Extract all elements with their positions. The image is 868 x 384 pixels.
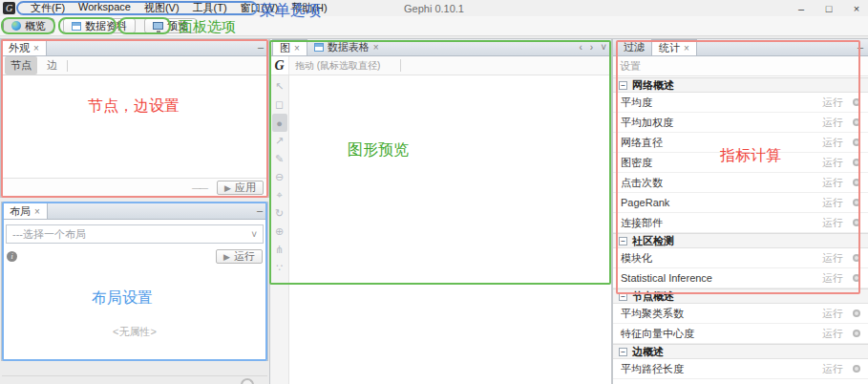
close-button[interactable]: × xyxy=(851,3,862,14)
run-button[interactable]: 运行 xyxy=(822,96,843,110)
tab-appearance[interactable]: 外观 × xyxy=(1,39,47,55)
run-button[interactable]: 运行 xyxy=(822,196,843,210)
sizer-tool-icon[interactable]: ⊖ xyxy=(272,168,287,186)
section-network-overview[interactable]: − 网络概述 xyxy=(613,77,868,93)
close-tab-icon[interactable]: × xyxy=(33,43,39,53)
painter-tool-icon[interactable]: ✎ xyxy=(272,150,287,168)
run-button[interactable]: 运行 xyxy=(822,156,843,170)
run-button[interactable]: 运行 xyxy=(822,136,843,150)
minimize-button[interactable]: – xyxy=(795,3,807,14)
tab-graph[interactable]: 图 × xyxy=(272,39,307,55)
run-layout-button[interactable]: ▶ 运行 xyxy=(216,249,263,264)
stat-row-avg-clustering-coefficient: 平均聚类系数 运行 xyxy=(613,304,868,324)
shortest-path-tool-icon[interactable]: ⋔ xyxy=(272,241,287,259)
section-title: 社区检测 xyxy=(632,234,674,248)
info-ring-icon[interactable] xyxy=(853,139,860,146)
collapse-icon[interactable]: − xyxy=(619,237,627,245)
rotate-tool-icon[interactable]: ↻ xyxy=(272,204,287,223)
run-button[interactable]: 运行 xyxy=(822,271,843,286)
close-tab-icon[interactable]: × xyxy=(34,206,40,217)
collapse-icon[interactable]: − xyxy=(619,348,627,356)
splitter-icon[interactable]: —— xyxy=(192,183,207,193)
info-ring-icon[interactable] xyxy=(853,309,860,317)
cursor-tool-icon[interactable]: ↖ xyxy=(272,77,287,96)
subtab-edges[interactable]: 边 xyxy=(41,56,63,75)
drag-tool-icon[interactable]: ● xyxy=(272,114,287,132)
graph-tool-strip: ↖ ◻ ● ↗ ✎ ⊖ ⌖ ↻ ⊕ ⋔ ∵ xyxy=(270,75,289,384)
tab-layout[interactable]: 布局 × xyxy=(2,203,48,219)
preview-panel-button[interactable]: 预览 xyxy=(144,18,197,33)
toolbar-divider xyxy=(400,59,401,72)
statistics-settings-link[interactable]: 设置 xyxy=(613,56,868,76)
maximize-button[interactable]: □ xyxy=(823,3,835,14)
info-ring-icon[interactable] xyxy=(853,118,860,126)
menu-tools[interactable]: 工具(T) xyxy=(186,0,234,16)
close-tab-icon[interactable]: × xyxy=(294,43,300,53)
menu-window[interactable]: 窗口(W) xyxy=(234,0,286,16)
info-ring-icon[interactable] xyxy=(853,159,860,166)
info-ring-icon[interactable] xyxy=(853,365,860,373)
info-ring-icon[interactable] xyxy=(853,254,860,262)
tab-data-table[interactable]: 数据表格 × xyxy=(307,39,386,55)
info-ring-icon[interactable] xyxy=(853,98,860,106)
node-pencil-tool-icon[interactable]: ⊕ xyxy=(272,223,287,241)
graph-canvas[interactable] xyxy=(290,75,611,384)
layout-tab-label: 布局 xyxy=(10,204,31,219)
section-community-detection[interactable]: − 社区检测 xyxy=(613,233,868,248)
info-icon[interactable]: i xyxy=(7,251,17,262)
chevron-down-icon: ˅ xyxy=(251,229,257,240)
collapse-icon[interactable]: − xyxy=(619,81,627,90)
run-button[interactable]: 运行 xyxy=(822,176,843,190)
tab-statistics[interactable]: 统计 × xyxy=(651,39,697,55)
stat-label: 模块化 xyxy=(621,251,822,266)
run-button[interactable]: 运行 xyxy=(822,307,843,321)
stat-label: 点击次数 xyxy=(621,176,822,190)
mouse-selection-tool-icon[interactable]: ↗ xyxy=(272,132,287,150)
stat-row-avg-weighted-degree: 平均加权度 运行 xyxy=(613,113,868,133)
section-title: 节点概述 xyxy=(632,289,674,304)
minimize-panel-icon[interactable]: – xyxy=(857,41,863,53)
graph-tab-label: 图 xyxy=(280,41,290,55)
edge-pencil-tool-icon[interactable]: ∵ xyxy=(272,259,287,277)
overview-label: 概览 xyxy=(25,19,46,33)
run-layout-label: 运行 xyxy=(234,249,255,264)
menu-help[interactable]: 帮助(H) xyxy=(285,0,333,16)
appearance-tab-label: 外观 xyxy=(9,41,30,55)
heatmap-tool-icon[interactable]: ⌖ xyxy=(272,186,287,204)
play-icon: ▶ xyxy=(223,252,230,262)
menu-file[interactable]: 文件(F) xyxy=(24,0,72,16)
run-button[interactable]: 运行 xyxy=(822,216,843,230)
info-ring-icon[interactable] xyxy=(853,179,860,186)
run-button[interactable]: 运行 xyxy=(822,251,843,266)
overview-panel-button[interactable]: 概览 xyxy=(3,18,54,33)
close-tab-icon[interactable]: × xyxy=(684,43,689,53)
scroll-left-icon[interactable]: ‹ xyxy=(579,42,582,53)
gear-icon[interactable] xyxy=(241,378,254,384)
rectangle-selection-tool-icon[interactable]: ◻ xyxy=(272,96,287,114)
data-laboratory-button[interactable]: 数据资料 xyxy=(63,18,136,33)
layout-action-row: i ▶ 运行 xyxy=(2,249,267,264)
info-ring-icon[interactable] xyxy=(853,274,860,282)
layout-panel: 布局 × – ---选择一个布局 ˅ i ▶ 运行 <无属性> xyxy=(1,202,268,361)
close-tab-icon[interactable]: × xyxy=(373,42,379,53)
minimize-panel-icon[interactable]: – xyxy=(258,41,264,53)
info-ring-icon[interactable] xyxy=(853,199,860,206)
subtab-nodes[interactable]: 节点 xyxy=(5,56,37,75)
section-edge-overview[interactable]: − 边概述 xyxy=(613,344,868,359)
layout-tab-bar: 布局 × – xyxy=(2,203,267,220)
menu-workspace[interactable]: Workspace xyxy=(72,0,138,16)
section-node-overview[interactable]: − 节点概述 xyxy=(613,288,868,304)
menu-view[interactable]: 视图(V) xyxy=(138,0,186,16)
minimize-panel-icon[interactable]: – xyxy=(257,204,263,216)
run-button[interactable]: 运行 xyxy=(822,327,843,341)
scroll-right-icon[interactable]: › xyxy=(590,42,593,53)
run-button[interactable]: 运行 xyxy=(822,362,843,376)
info-ring-icon[interactable] xyxy=(853,219,860,226)
run-button[interactable]: 运行 xyxy=(822,116,843,130)
info-ring-icon[interactable] xyxy=(853,330,860,337)
tab-filters[interactable]: 过滤 xyxy=(617,39,651,55)
layout-chooser-dropdown[interactable]: ---选择一个布局 ˅ xyxy=(6,224,264,244)
apply-button[interactable]: ▶ 应用 xyxy=(217,181,264,195)
collapse-icon[interactable]: − xyxy=(619,292,627,301)
tab-list-icon[interactable]: ˅ xyxy=(601,42,606,53)
